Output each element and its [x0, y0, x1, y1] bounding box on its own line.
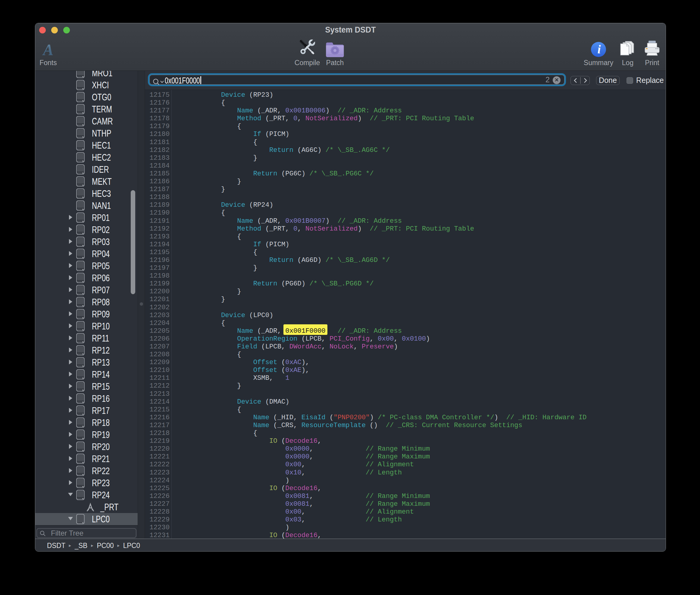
svg-text:A: A: [42, 42, 54, 58]
svg-text:i: i: [597, 42, 601, 56]
